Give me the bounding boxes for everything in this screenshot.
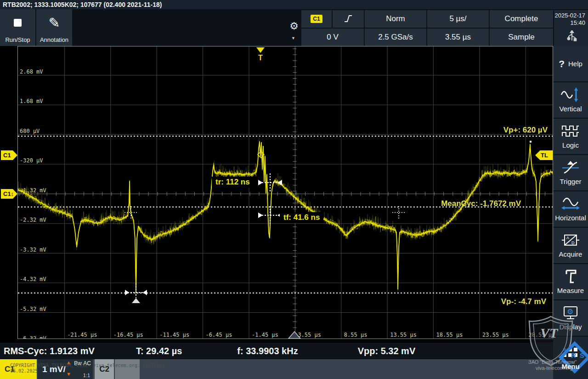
run-stop-icon	[14, 9, 22, 36]
question-icon: ?	[559, 58, 565, 69]
voltage-label: 680 µV	[20, 128, 40, 134]
time-label: -6.45 µs	[206, 332, 232, 338]
trigger-slope-icon	[561, 161, 580, 174]
voltage-label: -2.32 mV	[20, 217, 46, 223]
measurement-results-bar: RMS-Cyc: 1.9123 mV T: 29.42 µs f: 33.990…	[0, 343, 553, 359]
svg-text:A: A	[566, 235, 569, 240]
pencil-icon: ✎	[48, 9, 60, 36]
time-label: 13.55 µs	[390, 332, 417, 338]
timebase-cell[interactable]: 5 µs/	[427, 10, 489, 28]
channel-select-cell[interactable]: C1	[301, 10, 332, 28]
trigger-time-letter: T	[255, 54, 266, 62]
settings-gear-icon[interactable]: ⚙	[288, 20, 300, 32]
run-stop-label: Run/Stop	[5, 36, 30, 43]
acquisition-mode-cell[interactable]: Sample	[490, 29, 553, 46]
trigger-level-cell[interactable]: 0 V	[301, 29, 364, 46]
sidebar-label-horizontal: Horizontal	[555, 214, 586, 222]
sine-vertical-arrow-icon	[560, 88, 581, 102]
time-label: -11.45 µs	[159, 332, 189, 338]
time-label: -1.45 µs	[252, 332, 278, 338]
time-label: -16.45 µs	[113, 332, 143, 338]
meancyc-label: MeanCyc: -1.7672 mV	[441, 199, 521, 208]
datetime-cell: 2025-02-17 15:40	[554, 10, 588, 46]
sidebar-label-vertical: Vertical	[559, 105, 582, 113]
rise-time-label: tr: 112 ns	[212, 177, 254, 188]
oscilloscope-screen: RTB2002; 1333.1005K02; 107677 (02.400 20…	[0, 0, 588, 379]
device-title-bar: RTB2002; 1333.1005K02; 107677 (02.400 20…	[0, 0, 588, 9]
voltage-label: 1.68 mV	[20, 98, 43, 104]
voltage-label: 2.68 mV	[20, 69, 43, 75]
time-label: 18.55 µs	[436, 332, 463, 338]
voltage-label: -3.32 mV	[20, 247, 46, 253]
trigger-slope-cell[interactable]	[333, 10, 364, 28]
rising-edge-icon	[343, 13, 354, 24]
sine-horizontal-arrow-icon	[560, 197, 581, 211]
sidebar-item-horizontal[interactable]: Horizontal	[553, 191, 588, 227]
time-label: 23.55 µs	[482, 332, 509, 338]
rms-cyc-measurement: RMS-Cyc: 1.9123 mV	[4, 346, 95, 356]
sidebar-label-trigger: Trigger	[560, 178, 582, 185]
sidebar-label-menu: Menu	[561, 362, 579, 370]
run-stop-button[interactable]: Run/Stop	[0, 9, 35, 46]
vp-plus-label: Vp+: 620 µV	[503, 126, 548, 135]
svg-text:VT: VT	[540, 325, 559, 340]
acquisition-status-cell: Complete	[490, 10, 553, 28]
time-label: -21.45 µs	[67, 332, 97, 338]
sample-rate-cell: 2.5 GSa/s	[365, 29, 426, 46]
voltage-label: -320 µV	[20, 157, 43, 164]
vp-minus-label: Vp-: -4.7 mV	[501, 297, 546, 306]
sidebar-label-acquire: Acquire	[559, 250, 582, 258]
sidebar-label-logic: Logic	[562, 141, 579, 149]
trigger-time-marker[interactable]: T	[255, 46, 266, 62]
usb-icon	[565, 30, 579, 42]
svg-text:D: D	[571, 241, 575, 245]
annotation-label: Annotation	[40, 36, 68, 43]
settings-gear-caret-icon[interactable]: ▼	[291, 36, 295, 40]
watermark-rs-letters: R S	[571, 351, 585, 359]
svg-text:⚙: ⚙	[567, 308, 573, 316]
trigger-mode-cell[interactable]: Norm	[365, 10, 426, 28]
frequency-measurement: f: 33.9903 kHz	[237, 346, 298, 356]
voltage-label: -5.32 mV	[20, 306, 46, 312]
sidebar-label-measure: Measure	[557, 287, 584, 294]
sidebar-item-logic[interactable]: Logic	[553, 119, 588, 154]
caliper-icon	[564, 270, 577, 283]
voltage-label: -6.32 mV	[20, 335, 46, 339]
sidebar-item-acquire[interactable]: A D Acquire	[553, 228, 588, 263]
vpp-measurement: Vpp: 5.32 mV	[358, 346, 416, 356]
channel-badge: C1	[311, 15, 322, 23]
fall-time-label: tf: 41.6 ns	[280, 212, 323, 223]
date-text: 2025-02-17	[555, 12, 586, 19]
waveform-display[interactable]: 2.68 mV1.68 mV680 µV-320 µV-1.32 mV-2.32…	[17, 46, 553, 339]
sidebar-item-vertical[interactable]: Vertical	[553, 82, 588, 118]
voltage-label: -1.32 mV	[20, 187, 46, 194]
time-label: 8.55 µs	[344, 332, 368, 338]
sidebar-item-trigger[interactable]: Trigger	[553, 155, 588, 190]
square-waves-icon	[561, 124, 580, 138]
scope-canvas	[18, 46, 553, 339]
annotation-button[interactable]: ✎ Annotation	[36, 9, 72, 46]
time-label: 3.55 µs	[298, 332, 321, 338]
time-text: 15:40	[570, 19, 585, 27]
peak-dot-marker	[530, 141, 531, 143]
sidebar-item-measure[interactable]: Measure	[553, 264, 588, 299]
sidebar-item-help[interactable]: ? Help	[553, 46, 588, 81]
adc-icon: A D	[561, 233, 580, 247]
period-measurement: T: 29.42 µs	[136, 346, 182, 356]
tr-crosshair	[258, 173, 282, 192]
sidebar-label-help: Help	[568, 60, 582, 68]
watermark-copyright-text: COPYRIGHT VIVA-TELECOM, CJSC. viva-telec…	[10, 363, 165, 374]
horizontal-position-cell[interactable]: 3.55 µs	[427, 29, 489, 46]
voltage-label: -4.32 mV	[20, 276, 46, 282]
meancyc-point-marker	[392, 206, 405, 219]
